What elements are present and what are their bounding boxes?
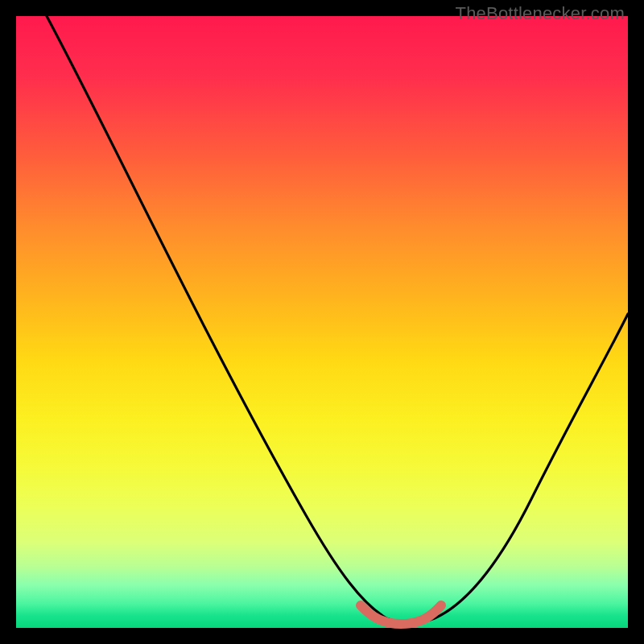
watermark-text: TheBottlenecker.com: [456, 3, 625, 24]
plot-area: [16, 16, 628, 628]
curve-svg: [16, 16, 628, 628]
bottleneck-curve: [47, 16, 628, 623]
chart-container: TheBottlenecker.com: [0, 0, 644, 644]
